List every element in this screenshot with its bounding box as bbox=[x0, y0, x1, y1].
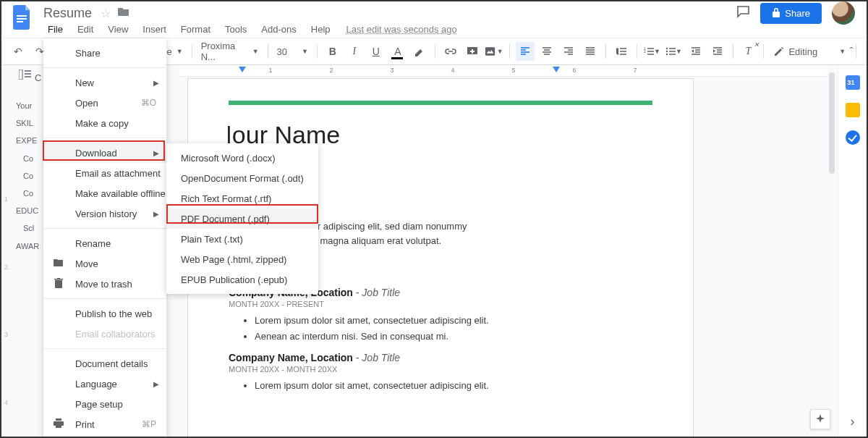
account-avatar[interactable] bbox=[832, 1, 855, 25]
title-bar: Resume ☆ Share bbox=[1, 1, 867, 20]
menu-view[interactable]: View bbox=[101, 21, 135, 38]
print-icon bbox=[52, 418, 65, 430]
download-epub[interactable]: EPUB Publication (.epub) bbox=[166, 269, 318, 290]
menu-addons[interactable]: Add-ons bbox=[254, 21, 303, 38]
outline-item[interactable]: EDUC bbox=[6, 202, 43, 219]
file-menu-version-history[interactable]: Version history▶ bbox=[43, 203, 166, 224]
side-panel: › bbox=[838, 65, 867, 437]
file-menu-move[interactable]: Move bbox=[43, 253, 166, 274]
share-label: Share bbox=[785, 8, 810, 19]
document-title[interactable]: Resume bbox=[39, 4, 96, 22]
outline-toggle-icon[interactable] bbox=[19, 70, 32, 83]
lock-icon bbox=[772, 8, 780, 18]
ruler-indent-right[interactable] bbox=[553, 67, 560, 72]
outline-item[interactable]: Scl bbox=[6, 219, 43, 237]
job-dates[interactable]: MONTH 20XX - MONTH 20XX bbox=[229, 365, 652, 374]
outline-item[interactable]: SKIL bbox=[6, 114, 43, 132]
page-divider bbox=[229, 101, 652, 105]
svg-rect-0 bbox=[17, 15, 27, 17]
editing-mode-select[interactable]: Editing ▼ bbox=[768, 46, 851, 57]
align-justify-icon[interactable] bbox=[581, 42, 600, 61]
download-pdf[interactable]: PDF Document (.pdf) bbox=[166, 209, 318, 229]
file-menu-trash[interactable]: Move to trash bbox=[43, 274, 166, 294]
clear-formatting-icon[interactable]: T✕ bbox=[739, 42, 757, 61]
italic-icon[interactable]: I bbox=[345, 42, 364, 61]
menu-help[interactable]: Help bbox=[304, 21, 338, 38]
menu-edit[interactable]: Edit bbox=[70, 21, 101, 38]
job-bullets[interactable]: Lorem ipsum dolor sit amet, consectetuer… bbox=[229, 378, 652, 394]
bold-icon[interactable]: B bbox=[323, 42, 342, 61]
menu-tools[interactable]: Tools bbox=[218, 21, 254, 38]
explore-button[interactable] bbox=[810, 409, 830, 429]
tasks-icon[interactable] bbox=[846, 130, 860, 145]
file-menu: Share New▶ Open⌘O Make a copy Download▶ … bbox=[43, 38, 166, 438]
file-menu-page-setup[interactable]: Page setup bbox=[43, 394, 166, 414]
svg-rect-4 bbox=[485, 47, 495, 55]
line-spacing-icon[interactable] bbox=[612, 42, 631, 61]
share-button[interactable]: Share bbox=[760, 3, 822, 24]
file-menu-details[interactable]: Document details bbox=[43, 353, 166, 374]
file-menu-offline[interactable]: Make available offline bbox=[43, 183, 166, 203]
svg-rect-2 bbox=[17, 21, 23, 22]
download-rtf[interactable]: Rich Text Format (.rtf) bbox=[166, 188, 318, 209]
download-docx[interactable]: Microsoft Word (.docx) bbox=[166, 148, 318, 168]
docs-logo[interactable] bbox=[9, 4, 36, 31]
svg-point-8 bbox=[666, 51, 668, 52]
file-menu-rename[interactable]: Rename bbox=[43, 233, 166, 253]
keep-icon[interactable] bbox=[846, 103, 860, 117]
underline-icon[interactable]: U bbox=[367, 42, 386, 61]
outline-item[interactable]: Co bbox=[6, 185, 43, 202]
menu-format[interactable]: Format bbox=[174, 21, 218, 38]
menu-insert[interactable]: Insert bbox=[135, 21, 174, 38]
job-bullets[interactable]: Lorem ipsum dolor sit amet, consectetuer… bbox=[229, 313, 652, 345]
job-entry[interactable]: Company Name, Location - Job Title bbox=[229, 352, 652, 363]
download-odt[interactable]: OpenDocument Format (.odt) bbox=[166, 168, 318, 188]
numbered-list-icon[interactable]: 12▼ bbox=[643, 42, 662, 61]
bulleted-list-icon[interactable]: ▼ bbox=[665, 42, 684, 61]
font-size-select[interactable]: 30▼ bbox=[273, 46, 312, 57]
align-right-icon[interactable] bbox=[559, 42, 578, 61]
scrollbar-thumb[interactable] bbox=[829, 72, 835, 174]
file-menu-share[interactable]: Share bbox=[43, 43, 166, 63]
file-menu-new[interactable]: New▶ bbox=[43, 72, 166, 93]
collapse-toolbar-icon[interactable]: ˆ bbox=[842, 42, 861, 61]
svg-point-7 bbox=[666, 48, 668, 49]
outline-item[interactable]: Your bbox=[6, 97, 43, 114]
outline-item[interactable]: AWAR bbox=[6, 237, 43, 255]
job-dates[interactable]: MONTH 20XX - PRESENT bbox=[229, 300, 652, 308]
ruler-indent-left[interactable] bbox=[239, 67, 246, 72]
insert-link-icon[interactable] bbox=[441, 42, 460, 61]
align-center-icon[interactable] bbox=[537, 42, 556, 61]
download-txt[interactable]: Plain Text (.txt) bbox=[166, 229, 318, 249]
outline-item[interactable]: Co bbox=[6, 167, 43, 185]
file-menu-email-attachment[interactable]: Email as attachment bbox=[43, 163, 166, 183]
insert-image-icon[interactable]: ▼ bbox=[485, 42, 503, 61]
file-menu-publish[interactable]: Publish to the web bbox=[43, 303, 166, 324]
text-color-icon[interactable]: A bbox=[388, 42, 407, 61]
undo-icon[interactable]: ↶ bbox=[9, 42, 27, 61]
file-menu-open[interactable]: Open⌘O bbox=[43, 93, 166, 113]
calendar-icon[interactable] bbox=[846, 75, 860, 90]
file-menu-language[interactable]: Language▶ bbox=[43, 374, 166, 394]
font-select[interactable]: Proxima N...▼ bbox=[197, 41, 263, 62]
ruler[interactable]: 1234567 bbox=[179, 65, 827, 77]
outline-item[interactable]: EXPE bbox=[6, 132, 43, 149]
file-menu-print[interactable]: Print⌘P bbox=[43, 414, 166, 434]
highlight-icon[interactable] bbox=[410, 42, 429, 61]
menu-file[interactable]: File bbox=[41, 21, 70, 38]
outdent-icon[interactable] bbox=[686, 42, 705, 61]
insert-comment-icon[interactable] bbox=[463, 42, 482, 61]
align-left-icon[interactable] bbox=[516, 42, 535, 61]
file-menu-download[interactable]: Download▶ bbox=[43, 143, 166, 163]
star-icon[interactable]: ☆ bbox=[101, 7, 111, 20]
side-panel-collapse-icon[interactable]: › bbox=[851, 414, 855, 429]
comments-icon[interactable] bbox=[736, 4, 750, 22]
file-menu-make-copy[interactable]: Make a copy bbox=[43, 113, 166, 133]
svg-point-9 bbox=[666, 54, 668, 55]
folder-icon[interactable] bbox=[118, 7, 129, 20]
download-html[interactable]: Web Page (.html, zipped) bbox=[166, 249, 318, 269]
svg-rect-1 bbox=[17, 18, 27, 20]
indent-icon[interactable] bbox=[708, 42, 727, 61]
edit-status[interactable]: Last edit was seconds ago bbox=[346, 24, 457, 35]
outline-item[interactable]: Co bbox=[6, 150, 43, 167]
